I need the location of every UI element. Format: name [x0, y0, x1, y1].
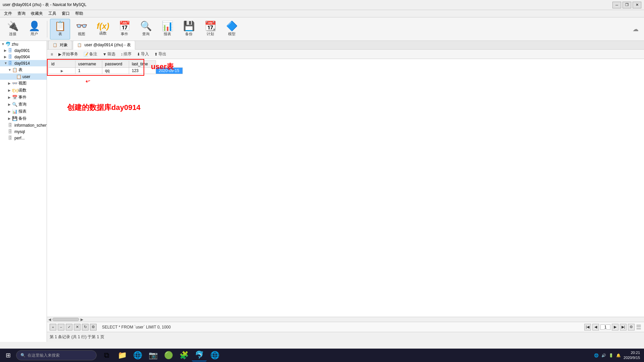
sidebar-item-events[interactable]: ▶ 📅 事件	[0, 94, 47, 101]
scroll-thumb[interactable]	[52, 318, 79, 321]
toolbar-connect[interactable]: 🔌 连接	[3, 19, 23, 40]
events-label: 事件	[18, 95, 26, 100]
sidebar-item-day0901[interactable]: ▶ 🗄 day0901	[0, 47, 47, 54]
views-label: 视图	[18, 80, 26, 86]
expand-arrow-functions: ▶	[8, 88, 12, 92]
obj-btn-import[interactable]: ⬇ 导入	[135, 50, 151, 58]
toolbar-model-label: 模型	[228, 32, 235, 37]
sidebar-item-tables[interactable]: ▼ 📋 表	[0, 66, 47, 73]
taskbar-navicat[interactable]: 🐬	[192, 349, 207, 361]
sidebar-item-user-table[interactable]: 📋 user	[0, 73, 47, 80]
connect-icon: 🔌	[7, 21, 19, 31]
toolbar-model[interactable]: 🔷 模型	[222, 19, 242, 40]
taskbar-chrome[interactable]: 🌐	[130, 349, 145, 361]
sidebar-item-day0904[interactable]: ▶ 🗄 day0904	[0, 54, 47, 60]
model-icon: 🔷	[226, 21, 238, 31]
col-header-id: id	[49, 61, 75, 68]
taskbar-app3[interactable]: 🧩	[176, 349, 191, 361]
performance-schema-icon: 🗄	[8, 135, 13, 140]
menu-help[interactable]: 帮助	[72, 10, 86, 17]
tab-object[interactable]: 📋 对象	[48, 41, 72, 49]
expand-arrow-day0901: ▶	[4, 49, 8, 52]
expand-arrow-tables: ▼	[8, 68, 12, 72]
toolbar-event[interactable]: 📅 事件	[114, 19, 135, 40]
taskbar-clock[interactable]: 20:21 2020/9/15	[624, 350, 640, 361]
obj-btn-sort[interactable]: ↕ 排序	[118, 50, 134, 58]
toolbar-view-label: 视图	[78, 32, 85, 37]
start-button[interactable]: ⊞	[1, 349, 15, 361]
last-page-btn[interactable]: ▶|	[620, 324, 627, 330]
scroll-right-btn[interactable]: ▶	[80, 317, 83, 322]
toolbar-backup[interactable]: 💾 备份	[179, 19, 199, 40]
taskbar-search[interactable]: 🔍 在这里输入来搜索	[16, 350, 97, 360]
taskbar-chrome2[interactable]: 🌐	[207, 349, 222, 361]
obj-btn-transaction[interactable]: ▶ 开始事务	[56, 50, 80, 58]
sidebar-item-queries[interactable]: ▶ 🔍 查询	[0, 101, 47, 108]
sidebar-item-functions[interactable]: ▶ f(x) 函数	[0, 87, 47, 94]
sidebar-item-backups[interactable]: ▶ 💾 备份	[0, 115, 47, 122]
cell-id[interactable]: 1	[75, 68, 102, 74]
obj-btn-filter[interactable]: ▼ 筛选	[100, 50, 118, 58]
add-row-btn[interactable]: +	[50, 324, 56, 330]
annotation-arrow: ↙	[84, 77, 92, 86]
obj-btn-list[interactable]: ≡	[48, 51, 55, 58]
navicat-cloud-icon[interactable]: ☁	[633, 26, 639, 33]
menu-favorites[interactable]: 收藏夹	[28, 10, 46, 17]
obj-btn-export[interactable]: ⬆ 导出	[152, 50, 169, 58]
minimize-button[interactable]: ─	[612, 2, 621, 8]
scroll-left-btn[interactable]: ◀	[48, 317, 51, 322]
next-page-btn[interactable]: ▶	[612, 324, 619, 330]
restore-button[interactable]: ❐	[623, 2, 631, 8]
first-page-btn[interactable]: |◀	[584, 324, 591, 330]
day0914-db-icon: 🗄	[8, 61, 13, 66]
reports-label: 报表	[18, 109, 26, 114]
apply-btn[interactable]: ✓	[66, 324, 72, 330]
taskbar-app1[interactable]: 📷	[146, 349, 160, 361]
toolbar-schedule[interactable]: 📆 计划	[200, 19, 220, 40]
sidebar-item-mysql[interactable]: 🗄 mysql	[0, 128, 47, 135]
refresh-btn[interactable]: ↻	[82, 324, 89, 330]
menu-file[interactable]: 文件	[1, 10, 15, 17]
config-btn[interactable]: ⚙	[90, 324, 97, 330]
toolbar-report-label: 报表	[164, 32, 171, 37]
toolbar-report[interactable]: 📊 报表	[157, 19, 177, 40]
tab-user-table[interactable]: 📋 user @day0914 (zhu) - 表	[73, 41, 135, 50]
sidebar-item-reports[interactable]: ▶ 📊 报表	[0, 108, 47, 115]
sidebar-item-information-schema[interactable]: 🗄 information_schem	[0, 122, 47, 128]
taskbar-app2[interactable]: 🟢	[161, 349, 176, 361]
delete-row-btn[interactable]: −	[58, 324, 64, 330]
view-toggle-btn[interactable]: ☰	[636, 323, 641, 331]
expand-arrow-day0904: ▶	[4, 55, 8, 59]
toolbar-func[interactable]: f(x) 函数	[93, 19, 113, 40]
obj-btn-export-label: 导出	[158, 51, 166, 57]
page-number-input[interactable]	[600, 324, 610, 330]
toolbar-user[interactable]: 👤 用户	[24, 19, 44, 40]
taskbar-files[interactable]: 📁	[115, 349, 129, 361]
sidebar-item-views[interactable]: ▶ 👓 视图	[0, 80, 47, 87]
cell-username[interactable]: qq	[102, 68, 129, 74]
toolbar-query[interactable]: 🔍 查询	[136, 19, 156, 40]
pagination-controls: |◀ ◀ ▶ ▶| ⚙ ☰	[584, 323, 641, 331]
expand-arrow-events: ▶	[8, 96, 12, 99]
toolbar-view[interactable]: 👓 视图	[71, 19, 92, 40]
view-icon: 👓	[76, 21, 88, 31]
day0904-label: day0904	[14, 55, 30, 59]
settings-btn[interactable]: ⚙	[628, 324, 635, 330]
close-button[interactable]: ✕	[633, 2, 641, 8]
toolbar-table[interactable]: 📋 表	[50, 19, 70, 40]
sidebar-item-day0914[interactable]: ▼ 🗄 day0914	[0, 60, 47, 66]
tab-user-table-label: user @day0914 (zhu) - 表	[85, 43, 131, 47]
prev-page-btn[interactable]: ◀	[592, 324, 599, 330]
taskbar-task-view[interactable]: ⧉	[99, 349, 114, 361]
cancel-btn[interactable]: ✕	[74, 324, 80, 330]
horizontal-scrollbar[interactable]: ◀ ▶	[47, 317, 644, 322]
tables-label: 表	[18, 67, 22, 73]
menu-tools[interactable]: 工具	[46, 10, 59, 17]
report-icon: 📊	[162, 21, 173, 31]
mysql-label: mysql	[14, 129, 25, 134]
sidebar-item-performance-schema[interactable]: 🗄 perf...	[0, 135, 47, 141]
menu-query[interactable]: 查询	[15, 10, 28, 17]
menu-window[interactable]: 窗口	[59, 10, 72, 17]
obj-btn-note[interactable]: 📝 备注	[81, 50, 100, 58]
sidebar-item-zhu[interactable]: ▼ 🐬 zhu	[0, 41, 47, 47]
